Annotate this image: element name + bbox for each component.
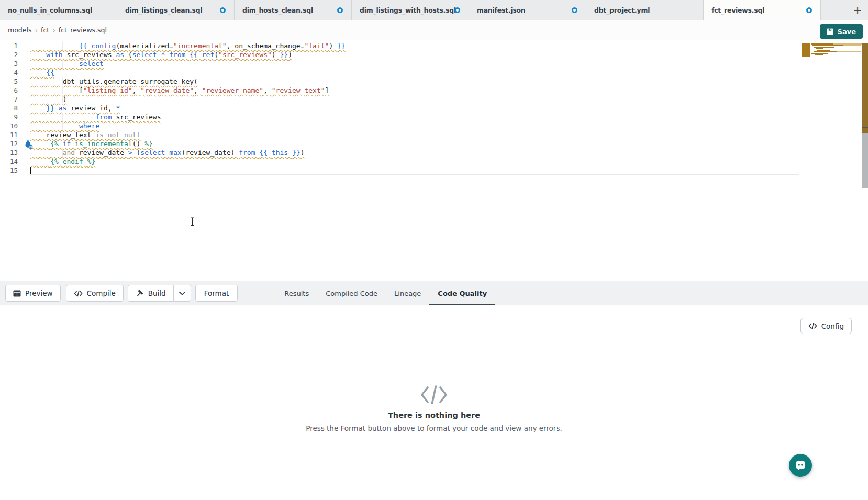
code-line[interactable]: 11 review_text is not null <box>0 130 868 139</box>
scrollbar-thumb[interactable] <box>862 133 868 188</box>
line-number: 12 <box>0 139 18 148</box>
file-tab[interactable]: no_nulls_in_columns.sql <box>0 0 117 20</box>
file-tab[interactable]: dbt_project.yml <box>586 0 704 20</box>
line-number: 6 <box>0 86 18 95</box>
build-label: Build <box>148 289 166 297</box>
minimap-line-bar <box>811 43 833 45</box>
panel-tabs: ResultsCompiled CodeLineageCode Quality <box>276 281 495 306</box>
file-tab-label: fct_reviews.sql <box>711 6 764 14</box>
file-tab[interactable]: fct_reviews.sql <box>704 0 821 21</box>
line-number: 13 <box>0 148 18 157</box>
dbt-ide-window: no_nulls_in_columns.sqldim_listings_clea… <box>0 0 868 500</box>
file-tab-label: dbt_project.yml <box>594 6 650 14</box>
chevron-right-icon: › <box>35 27 38 34</box>
code-line[interactable]: 12 {% if is_incremental() %} <box>0 139 868 148</box>
floppy-disk-icon <box>827 28 833 35</box>
code-line-text: {% if is_incremental() %} <box>30 139 153 148</box>
chat-bubble-icon <box>794 459 807 472</box>
config-button[interactable]: Config <box>800 318 852 334</box>
modified-dot-icon[interactable] <box>806 7 812 13</box>
file-tab[interactable]: dim_listings_clean.sql <box>117 0 235 20</box>
code-line[interactable]: 6 ["listing_id", "review_date", "reviewe… <box>0 86 868 95</box>
minimap-line-bar <box>817 50 830 51</box>
code-line-text: review_text is not null <box>30 130 140 139</box>
table-preview-icon <box>13 290 21 297</box>
panel-tab-compiled-code[interactable]: Compiled Code <box>317 281 386 306</box>
line-number: 11 <box>0 130 18 139</box>
hammer-icon <box>136 290 144 297</box>
modified-dot-icon[interactable] <box>572 7 577 13</box>
preview-label: Preview <box>25 289 53 297</box>
code-line[interactable]: 3 select <box>0 59 868 68</box>
code-line[interactable]: 8 }} as review_id, * <box>0 104 868 113</box>
code-line[interactable]: 2 with src_reviews as (select * from {{ … <box>0 50 868 59</box>
code-line[interactable]: 10 where <box>0 121 868 130</box>
line-number: 1 <box>0 41 18 50</box>
code-line-text: ["listing_id", "review_date", "reviewer_… <box>30 86 329 95</box>
build-dropdown-button[interactable] <box>173 285 191 302</box>
file-tab-bar: no_nulls_in_columns.sqldim_listings_clea… <box>0 0 868 21</box>
modified-dot-icon[interactable] <box>337 7 343 13</box>
code-line-text: select <box>30 59 104 68</box>
action-toolbar: Preview Compile Build Format <box>0 281 868 305</box>
code-content[interactable]: 1 {{ config(materialized="incremental", … <box>0 41 868 175</box>
save-label: Save <box>838 28 856 36</box>
breadcrumb-models[interactable]: models <box>8 26 31 34</box>
breadcrumb-fct[interactable]: fct <box>41 26 49 34</box>
modified-dot-icon[interactable] <box>454 7 460 13</box>
code-line-text: }} as review_id, * <box>30 104 120 113</box>
file-tab[interactable]: dim_hosts_clean.sql <box>235 0 352 20</box>
new-tab-button[interactable]: + <box>851 4 864 17</box>
code-line[interactable]: 13 and review_date > (select max(review_… <box>0 148 868 157</box>
line-number: 8 <box>0 104 18 113</box>
preview-button[interactable]: Preview <box>5 285 61 302</box>
scrollbar-warning-marks <box>862 43 868 133</box>
line-number: 5 <box>0 77 18 86</box>
empty-state-title: There is nothing here <box>251 411 617 419</box>
chevron-right-icon: › <box>52 27 55 34</box>
modified-dot-icon[interactable] <box>220 7 226 13</box>
panel-tab-lineage[interactable]: Lineage <box>386 281 429 306</box>
code-line-text: {% endif %} <box>30 157 95 166</box>
file-tab-label: dim_listings_clean.sql <box>125 6 203 14</box>
build-button[interactable]: Build <box>128 285 173 302</box>
code-line[interactable]: 7 ) <box>0 95 868 104</box>
code-line-text: ) <box>30 95 66 104</box>
minimap-line-bar <box>802 43 810 57</box>
file-tab-label: dim_listings_with_hosts.sql <box>360 6 456 14</box>
file-tabs: no_nulls_in_columns.sqldim_listings_clea… <box>0 0 821 20</box>
code-line[interactable]: 4 {{ <box>0 68 868 77</box>
dbt-droplet-marker-icon[interactable] <box>24 139 33 149</box>
empty-state: There is nothing here Press the Format b… <box>251 385 617 432</box>
editor-scrollbar[interactable] <box>862 40 868 281</box>
chevron-down-icon <box>179 292 185 295</box>
code-line[interactable]: 5 dbt_utils.generate_surrogate_key( <box>0 77 868 86</box>
minimap-line-bar <box>837 51 861 52</box>
compile-button[interactable]: Compile <box>66 285 124 302</box>
file-tab[interactable]: manifest.json <box>469 0 586 20</box>
code-editor[interactable]: 1 {{ config(materialized="incremental", … <box>0 40 868 281</box>
code-line[interactable]: 1 {{ config(materialized="incremental", … <box>0 41 868 50</box>
code-line[interactable]: 15 <box>0 166 868 175</box>
editor-minimap[interactable] <box>802 43 861 59</box>
line-number: 15 <box>0 166 18 175</box>
editor-header: models › fct › fct_reviews.sql Save <box>0 20 868 40</box>
save-button[interactable]: Save <box>820 24 863 39</box>
code-line-text: {{ <box>30 68 54 77</box>
panel-tab-results[interactable]: Results <box>276 281 317 306</box>
mouse-ibeam-cursor <box>190 217 195 228</box>
code-line[interactable]: 14 {% endif %} <box>0 157 868 166</box>
line-number: 7 <box>0 95 18 104</box>
code-line[interactable]: 9 from src_reviews <box>0 113 868 121</box>
format-label: Format <box>204 289 229 297</box>
chat-fab-button[interactable] <box>789 454 812 477</box>
results-panel: Config There is nothing here Press the F… <box>0 305 868 500</box>
scrollbar-position-marker <box>862 127 868 128</box>
code-line-text: from src_reviews <box>30 113 161 121</box>
panel-tab-code-quality[interactable]: Code Quality <box>429 281 495 306</box>
format-button[interactable]: Format <box>195 285 238 302</box>
minimap-line-bar <box>812 45 843 46</box>
file-tab[interactable]: dim_listings_with_hosts.sql <box>352 0 469 20</box>
code-brackets-icon <box>74 290 83 297</box>
compile-label: Compile <box>87 289 116 297</box>
